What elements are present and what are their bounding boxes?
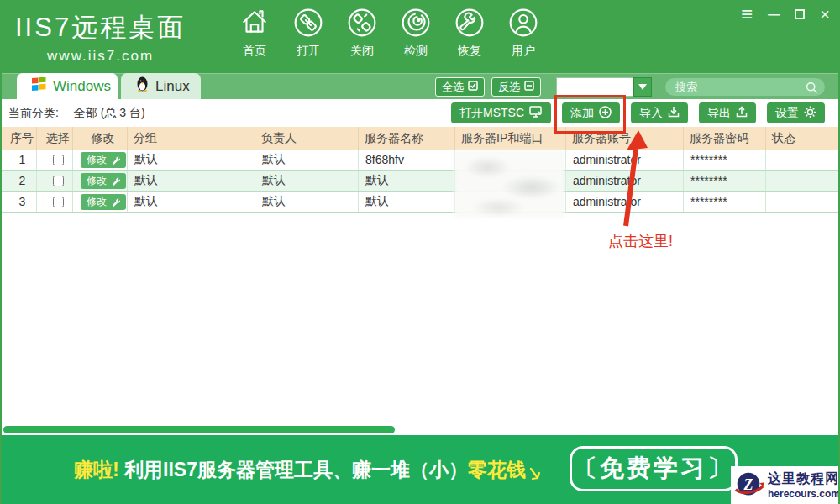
home-icon xyxy=(239,8,270,41)
settings-button[interactable]: 设置 xyxy=(767,102,825,123)
app-title: IIS7远程桌面 xyxy=(15,10,186,45)
nav-open[interactable]: 打开 xyxy=(292,8,324,59)
table-header-row: 序号 选择 修改 分组 负责人 服务器名称 服务器IP和端口 服务器账号 服务器… xyxy=(2,127,838,150)
menu-icon[interactable]: ≡ xyxy=(741,5,753,24)
nav-close[interactable]: 关闭 xyxy=(346,8,378,59)
watermark-name: 这里教程网 xyxy=(768,470,840,488)
nav-recover[interactable]: 恢复 xyxy=(454,8,486,59)
row-modify-cell: 修改 xyxy=(73,150,128,170)
nav-user[interactable]: 用户 xyxy=(507,8,539,59)
window-controls: ≡ ─ × xyxy=(741,5,830,24)
row-status xyxy=(766,171,838,191)
select-all-button[interactable]: 全选 xyxy=(435,77,485,97)
promo-exclaim: 赚啦! xyxy=(74,457,119,483)
nav-detect[interactable]: 检测 xyxy=(400,8,432,59)
category-dropdown[interactable] xyxy=(556,77,652,97)
tab-windows[interactable]: Windows xyxy=(17,73,118,99)
import-icon xyxy=(668,106,680,120)
row-index: 1 xyxy=(2,150,37,170)
row-server-name: 默认 xyxy=(359,192,455,212)
row-index: 3 xyxy=(2,192,37,212)
invert-select-button[interactable]: 反选 xyxy=(491,77,541,97)
promo-banner[interactable]: 赚啦! 利用IIS7服务器管理工具、赚一堆（小） 零花钱 〔免费学习〕 xyxy=(0,435,840,504)
modify-label: 修改 xyxy=(87,174,107,188)
row-select-checkbox[interactable] xyxy=(53,197,64,207)
row-status xyxy=(766,192,838,212)
col-header-server-name: 服务器名称 xyxy=(359,127,455,150)
import-button[interactable]: 导入 xyxy=(631,102,688,123)
linux-penguin-icon xyxy=(136,76,149,96)
horizontal-scrollbar-track[interactable] xyxy=(2,424,838,435)
row-group: 默认 xyxy=(128,150,255,170)
row-group: 默认 xyxy=(128,171,255,191)
row-account: administrator xyxy=(566,192,684,212)
nav-home-label: 首页 xyxy=(243,44,266,59)
minimize-icon[interactable]: ─ xyxy=(768,5,780,24)
app-website: www.iis7.com xyxy=(15,48,186,65)
chevron-down-icon[interactable] xyxy=(633,77,652,97)
row-select-checkbox[interactable] xyxy=(53,155,64,165)
modify-label: 修改 xyxy=(87,195,107,209)
promo-arrow-icon xyxy=(529,467,543,482)
plus-circle-icon xyxy=(599,106,612,121)
free-learn-button[interactable]: 〔免费学习〕 xyxy=(570,446,738,491)
tab-windows-label: Windows xyxy=(53,78,111,95)
col-header-status: 状态 xyxy=(766,127,838,150)
row-group: 默认 xyxy=(128,192,255,212)
svg-text:Z: Z xyxy=(743,475,753,492)
row-account: administrator xyxy=(566,150,684,170)
row-modify-cell: 修改 xyxy=(73,171,128,191)
row-select-cell xyxy=(37,192,73,212)
recover-wrench-icon xyxy=(454,8,485,41)
modify-button[interactable]: 修改 xyxy=(81,152,126,168)
server-table: 序号 选择 修改 分组 负责人 服务器名称 服务器IP和端口 服务器账号 服务器… xyxy=(2,127,838,213)
promo-highlight: 零花钱 xyxy=(468,457,526,483)
row-select-checkbox[interactable] xyxy=(53,176,64,186)
nav-close-label: 关闭 xyxy=(350,44,374,59)
search-box xyxy=(665,78,825,96)
row-account: administrator xyxy=(566,171,684,191)
detect-radar-icon xyxy=(401,8,431,41)
tab-linux[interactable]: Linux xyxy=(121,73,201,99)
watermark-logo-icon: Z xyxy=(732,468,766,503)
watermark-domain: herecours.com xyxy=(768,488,840,500)
add-button[interactable]: 添加 xyxy=(562,102,620,123)
export-label: 导出 xyxy=(707,106,731,121)
col-header-owner: 负责人 xyxy=(255,127,359,150)
nav-user-label: 用户 xyxy=(512,44,535,59)
title-bar: IIS7远程桌面 www.iis7.com 首页 打开 关闭 检测 恢复 用户 xyxy=(0,0,840,73)
category-dropdown-value xyxy=(556,77,633,97)
selection-tools: 全选 反选 xyxy=(435,77,825,97)
horizontal-scrollbar-thumb[interactable] xyxy=(3,426,395,433)
open-mstsc-label: 打开MSTSC xyxy=(459,106,524,121)
export-button[interactable]: 导出 xyxy=(699,102,756,123)
row-password: ******** xyxy=(684,192,766,212)
col-header-select: 选择 xyxy=(37,127,73,150)
open-link-icon xyxy=(293,8,323,41)
row-password: ******** xyxy=(684,171,766,191)
col-header-password: 服务器密码 xyxy=(684,127,766,150)
row-modify-cell: 修改 xyxy=(73,192,128,212)
tab-bar: Windows Linux 全选 反选 xyxy=(0,73,840,99)
ip-privacy-blur xyxy=(454,150,564,218)
row-owner: 默认 xyxy=(255,192,359,212)
row-owner: 默认 xyxy=(255,150,359,170)
action-buttons: 打开MSTSC 添加 导入 导出 设置 xyxy=(451,102,825,123)
row-select-cell xyxy=(37,171,73,191)
maximize-icon[interactable] xyxy=(795,9,805,19)
table-row: 2 修改 默认 默认 默认 administrator ******** xyxy=(2,171,838,192)
modify-button[interactable]: 修改 xyxy=(81,173,126,189)
checkbox-invert-icon xyxy=(524,81,534,93)
app-logo: IIS7远程桌面 www.iis7.com xyxy=(15,10,186,65)
watermark: Z 这里教程网 herecours.com xyxy=(731,466,840,504)
close-link-icon xyxy=(347,8,377,41)
close-icon[interactable]: × xyxy=(820,5,830,24)
search-input[interactable] xyxy=(665,78,825,96)
col-header-ip-port: 服务器IP和端口 xyxy=(455,127,566,150)
open-mstsc-button[interactable]: 打开MSTSC xyxy=(451,102,551,123)
nav-home[interactable]: 首页 xyxy=(239,8,270,59)
modify-button[interactable]: 修改 xyxy=(81,194,126,210)
row-server-name: 默认 xyxy=(359,171,455,191)
promo-main: 利用IIS7服务器管理工具、赚一堆（小） xyxy=(124,457,468,483)
row-index: 2 xyxy=(2,171,37,191)
